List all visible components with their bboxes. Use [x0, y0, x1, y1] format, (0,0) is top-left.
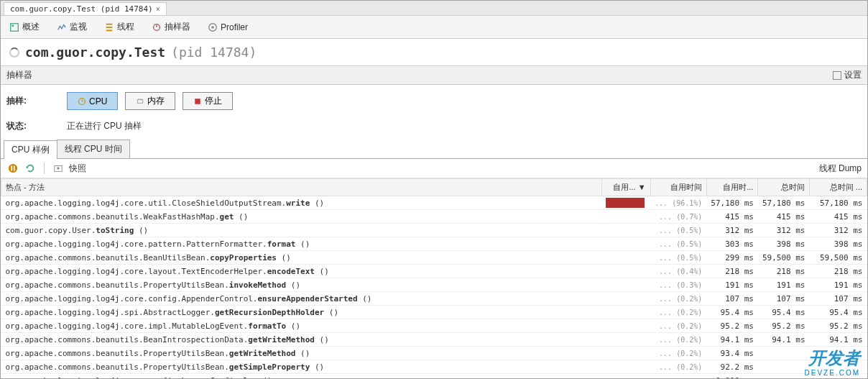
table-row[interactable]: org.apache.commons.beanutils.BeanIntrosp… [1, 333, 867, 347]
monitor-icon [57, 22, 67, 32]
tab-threads[interactable]: 线程 [100, 19, 139, 35]
col-self-time-cpu[interactable]: 自用时... [706, 179, 758, 196]
profiler-window: com.guor.copy.Test (pid 14784) × 概述 监视 线… [0, 0, 868, 379]
watermark-sub: DEVZE.COM [805, 369, 860, 377]
cpu-button[interactable]: CPU [67, 92, 118, 110]
col-self-time[interactable]: 自用时间 [650, 179, 706, 196]
tab-label: 监视 [70, 21, 87, 33]
table-header-row: 热点 - 方法 自用... ▼ 自用时间 自用时... 总时间 总时间 ... [1, 179, 867, 196]
svg-rect-0 [11, 23, 19, 31]
tab-sampler[interactable]: 抽样器 [147, 19, 195, 35]
self-cpu-cell: 398 ms [758, 237, 810, 251]
refresh-icon[interactable] [24, 162, 37, 175]
table-row[interactable]: org.apache.logging.log4j.core.config.Log… [1, 374, 867, 380]
snapshot-icon[interactable] [52, 162, 65, 175]
svg-point-8 [211, 26, 214, 29]
pause-icon[interactable] [6, 162, 19, 175]
table-row[interactable]: org.apache.commons.beanutils.PropertyUti… [1, 278, 867, 292]
self-cpu-cell: 191 ms [758, 278, 810, 292]
sampler-icon [152, 22, 162, 32]
percent-cell: ... (0.5%) [650, 237, 706, 251]
section-label: 抽样器 [6, 69, 32, 81]
watermark: 开发者 [808, 347, 860, 370]
table-container[interactable]: 热点 - 方法 自用... ▼ 自用时间 自用时... 总时间 总时间 ... … [1, 178, 867, 379]
svg-rect-12 [138, 99, 144, 103]
memory-button[interactable]: 内存 [125, 92, 175, 110]
col-total-time-cpu[interactable]: 总时间 ... [810, 179, 867, 196]
percent-cell: ... (0.7%) [650, 210, 706, 224]
bar-cell [601, 251, 650, 265]
method-cell: org.apache.commons.beanutils.PropertyUti… [1, 360, 602, 374]
tab-thread-cpu-time[interactable]: 线程 CPU 时间 [57, 140, 130, 158]
self-cpu-cell: 218 ms [758, 265, 810, 278]
table-row[interactable]: org.apache.commons.beanutils.WeakFastHas… [1, 210, 867, 224]
button-group: CPU 内存 停止 [67, 92, 233, 110]
svg-point-17 [9, 164, 17, 173]
overview-icon [9, 22, 19, 32]
snapshot-label[interactable]: 快照 [69, 163, 86, 175]
window-tab-bar: com.guor.copy.Test (pid 14784) × [1, 1, 867, 16]
col-self-bar[interactable]: 自用... ▼ [601, 179, 650, 196]
profiler-icon [208, 22, 218, 32]
table-row[interactable]: org.apache.commons.beanutils.PropertyUti… [1, 347, 867, 360]
svg-rect-19 [14, 166, 15, 171]
total-time-cell: 191 ms [810, 278, 867, 292]
tab-label: 抽样器 [165, 21, 190, 33]
title-row: com.guor.copy.Test (pid 14784) [1, 39, 867, 65]
table-row[interactable]: org.apache.logging.log4j.core.layout.Tex… [1, 265, 867, 278]
self-cpu-cell: 95.4 ms [758, 306, 810, 319]
clock-icon [78, 97, 86, 106]
bar-cell [601, 360, 650, 374]
thread-dump-button[interactable]: 线程 Dump [819, 163, 862, 175]
bar-cell [601, 374, 650, 380]
self-time-cell: 92.2 ms [706, 360, 758, 374]
threads-icon [104, 22, 114, 32]
table-row[interactable]: org.apache.logging.log4j.core.pattern.Pa… [1, 237, 867, 251]
self-time-cell: 415 ms [706, 210, 758, 224]
table-row[interactable]: org.apache.logging.log4j.core.config.App… [1, 292, 867, 306]
self-time-cell: 303 ms [706, 237, 758, 251]
tab-monitor[interactable]: 监视 [52, 19, 91, 35]
percent-cell: ... (0.5%) [650, 251, 706, 265]
percent-cell: ... (0.2%) [650, 319, 706, 333]
tab-profiler[interactable]: Profiler [203, 20, 252, 35]
title-pid: (pid 14784) [171, 45, 257, 60]
percent-cell: ... (0.2%) [650, 347, 706, 360]
table-row[interactable]: org.apache.commons.beanutils.PropertyUti… [1, 360, 867, 374]
memory-icon [136, 97, 144, 106]
close-icon[interactable]: × [156, 5, 160, 13]
self-time-cell: 299 ms [706, 251, 758, 265]
total-time-cell: 95.4 ms [810, 306, 867, 319]
self-cpu-cell: 415 ms [758, 210, 810, 224]
section-header: 抽样器 设置 [1, 65, 867, 85]
separator [44, 163, 45, 174]
col-hotspot[interactable]: 热点 - 方法 [1, 179, 602, 196]
table-row[interactable]: com.guor.copy.User.toString () ... (0.5%… [1, 224, 867, 237]
table-row[interactable]: org.apache.logging.log4j.core.impl.Mutab… [1, 319, 867, 333]
sample-controls: 抽样: CPU 内存 停止 [1, 85, 867, 117]
percent-cell: ... (0.2%) [650, 360, 706, 374]
table-row[interactable]: org.apache.commons.beanutils.BeanUtilsBe… [1, 251, 867, 265]
self-cpu-cell [758, 374, 810, 380]
tab-overview[interactable]: 概述 [5, 19, 44, 35]
window-tab[interactable]: com.guor.copy.Test (pid 14784) × [4, 2, 167, 15]
title-class: com.guor.copy.Test [25, 45, 165, 60]
tab-label: CPU 样例 [11, 145, 50, 155]
self-time-cell: 57,180 ms [706, 196, 758, 210]
table-row[interactable]: org.apache.logging.log4j.core.util.Close… [1, 196, 867, 210]
bar-cell [601, 306, 650, 319]
stop-button[interactable]: 停止 [183, 92, 233, 110]
bar-cell [601, 265, 650, 278]
table-row[interactable]: org.apache.logging.log4j.spi.AbstractLog… [1, 306, 867, 319]
tab-cpu-samples[interactable]: CPU 样例 [4, 140, 57, 159]
col-total-time[interactable]: 总时间 [758, 179, 810, 196]
self-cpu-cell: 94.1 ms [758, 333, 810, 347]
svg-rect-18 [11, 166, 12, 171]
button-label: 停止 [205, 95, 222, 107]
percent-cell: ... (0.2%) [650, 333, 706, 347]
total-time-cell: 312 ms [810, 224, 867, 237]
self-time-cell: 0.000 ms [706, 374, 758, 380]
inner-tabs: CPU 样例 线程 CPU 时间 [1, 140, 867, 159]
settings-toggle[interactable]: 设置 [833, 69, 862, 81]
self-time-cell: 191 ms [706, 278, 758, 292]
